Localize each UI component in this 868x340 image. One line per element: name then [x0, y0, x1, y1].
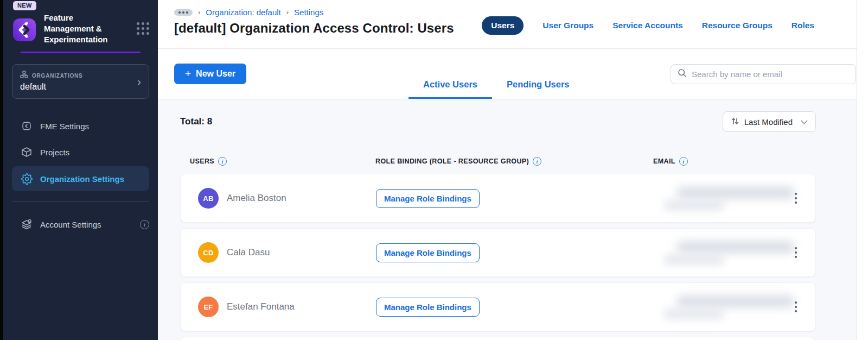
- tab-pending-users[interactable]: Pending Users: [492, 79, 584, 99]
- row-menu-kebab-icon[interactable]: [793, 299, 799, 314]
- sidebar-header: NEW Feature Management & Experimentation: [3, 0, 158, 53]
- table-header-row: USERSi ROLE BINDING (ROLE - RESOURCE GRO…: [180, 157, 816, 166]
- sidebar-item-account-settings[interactable]: Account Settings i: [3, 211, 158, 237]
- sidebar-nav: FME Settings Projects Organization Setti…: [3, 113, 158, 237]
- sidebar-item-projects[interactable]: Projects: [3, 139, 158, 165]
- table-row: EF Estefan Fontana Manage Role Bindings: [180, 282, 816, 331]
- users-table: AB Amelia Boston Manage Role Bindings CD…: [180, 174, 816, 340]
- breadcrumb: › Organization: default › Settings: [174, 8, 840, 17]
- breadcrumb-settings-link[interactable]: Settings: [294, 8, 323, 17]
- sort-arrows-icon: [731, 117, 739, 127]
- email-redacted: [654, 291, 806, 323]
- chevron-right-icon: ›: [286, 8, 289, 16]
- organizations-label: ORGANIZATIONS: [32, 73, 83, 79]
- info-icon[interactable]: i: [679, 157, 688, 166]
- column-header-role-binding: ROLE BINDING (ROLE - RESOURCE GROUP): [375, 158, 529, 165]
- chevron-down-icon: [801, 117, 808, 127]
- organization-selector[interactable]: ORGANIZATIONS default ›: [12, 64, 149, 99]
- table-row: AB Amelia Boston Manage Role Bindings: [180, 174, 816, 223]
- email-redacted: [654, 182, 806, 215]
- sidebar-item-label: FME Settings: [40, 122, 89, 131]
- sidebar-item-organization-settings[interactable]: Organization Settings: [12, 166, 149, 191]
- column-header-users: USERS: [190, 158, 214, 165]
- user-name: Cala Dasu: [227, 247, 270, 258]
- product-title: Feature Management & Experimentation: [44, 12, 125, 45]
- row-menu-kebab-icon[interactable]: [793, 191, 799, 206]
- sort-dropdown[interactable]: Last Modified: [723, 111, 816, 132]
- new-user-button-label: New User: [196, 69, 235, 79]
- tab-users[interactable]: Users: [482, 16, 524, 35]
- sidebar-item-fme-settings[interactable]: FME Settings: [3, 113, 158, 139]
- info-icon[interactable]: i: [218, 157, 227, 166]
- app-switcher-icon[interactable]: [137, 22, 149, 35]
- breadcrumb-organization-link[interactable]: Organization: default: [206, 8, 280, 17]
- main-panel: › Organization: default › Settings [defa…: [158, 0, 857, 340]
- page-header: › Organization: default › Settings [defa…: [158, 0, 857, 49]
- sidebar-item-label: Projects: [40, 148, 69, 157]
- info-icon[interactable]: i: [533, 157, 541, 166]
- info-icon[interactable]: i: [140, 220, 149, 229]
- manage-role-bindings-button[interactable]: Manage Role Bindings: [376, 189, 480, 208]
- search-icon: [678, 68, 687, 80]
- table-row: CD Cala Dasu Manage Role Bindings: [180, 228, 816, 277]
- users-list-section: Total: 8 Last Modified USERSi ROLE BINDI…: [158, 99, 857, 340]
- manage-role-bindings-button[interactable]: Manage Role Bindings: [376, 243, 480, 262]
- sidebar-item-label: Account Settings: [40, 220, 101, 229]
- breadcrumb-ellipsis-icon[interactable]: [174, 9, 193, 16]
- access-control-tabs: Users User Groups Service Accounts Resou…: [482, 16, 814, 35]
- blurred-email-line: [663, 309, 724, 319]
- gear-icon: [21, 173, 33, 185]
- search-box: [671, 64, 856, 84]
- manage-role-bindings-button[interactable]: Manage Role Bindings: [376, 298, 480, 317]
- new-badge: NEW: [13, 1, 36, 10]
- table-row-partial: [180, 337, 816, 340]
- blurred-email-line: [676, 241, 795, 254]
- box-icon: [21, 146, 33, 158]
- split-logo-icon: [12, 16, 37, 41]
- blurred-email-line: [663, 200, 724, 210]
- tab-roles[interactable]: Roles: [792, 21, 814, 30]
- new-user-button[interactable]: + New User: [174, 64, 246, 84]
- row-menu-kebab-icon[interactable]: [793, 245, 799, 260]
- sidebar-divider: [12, 201, 149, 202]
- tab-active-users[interactable]: Active Users: [409, 79, 492, 99]
- plus-icon: +: [185, 69, 191, 78]
- column-header-email: EMAIL: [653, 158, 675, 165]
- fme-settings-icon: [21, 120, 33, 132]
- sort-dropdown-label: Last Modified: [744, 117, 793, 127]
- tab-user-groups[interactable]: User Groups: [542, 21, 593, 30]
- organization-value: default: [20, 82, 137, 92]
- avatar: CD: [198, 242, 219, 263]
- brand-accent-line: [21, 52, 141, 53]
- avatar: EF: [198, 297, 219, 317]
- email-redacted: [654, 236, 806, 269]
- avatar: AB: [198, 188, 219, 209]
- user-state-tabs: Active Users Pending Users: [409, 79, 584, 99]
- total-count: Total: 8: [180, 116, 212, 127]
- blurred-email-line: [676, 295, 795, 308]
- chevron-right-icon: ›: [137, 76, 141, 87]
- blurred-email-line: [663, 255, 724, 265]
- search-input[interactable]: [692, 70, 849, 79]
- layers-gear-icon: [21, 218, 33, 230]
- chevron-right-icon: ›: [198, 8, 200, 16]
- org-hierarchy-icon: [20, 71, 28, 80]
- blurred-email-line: [676, 186, 795, 199]
- tab-resource-groups[interactable]: Resource Groups: [702, 21, 773, 30]
- user-name: Amelia Boston: [227, 193, 286, 204]
- user-name: Estefan Fontana: [227, 301, 295, 312]
- toolbar: + New User Active Users Pending Users: [158, 49, 857, 99]
- sidebar: NEW Feature Management & Experimentation: [3, 0, 158, 340]
- sidebar-item-label: Organization Settings: [40, 174, 124, 184]
- tab-service-accounts[interactable]: Service Accounts: [612, 21, 683, 30]
